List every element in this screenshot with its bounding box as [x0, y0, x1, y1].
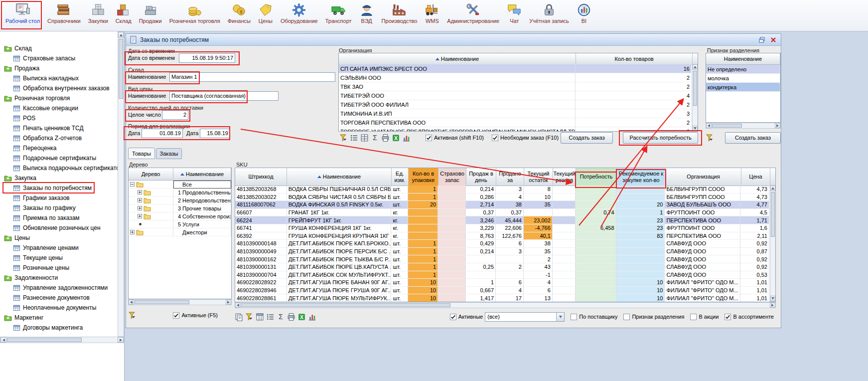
sidebar-item[interactable]: Переоценка	[0, 143, 118, 153]
tree-name-column-header[interactable]: Наименование	[173, 168, 231, 180]
toolbar-item-purchases[interactable]: Закупки	[85, 1, 112, 24]
sidebar-item[interactable]: Неоплаченные документы	[0, 303, 118, 313]
print-icon[interactable]	[287, 313, 295, 321]
sku-column-header-reserve[interactable]: Текущий резерв	[553, 168, 576, 186]
split-sign-row[interactable]: кондитерка	[706, 83, 780, 92]
price-type-input[interactable]: Поставщика (согласованная)	[169, 91, 279, 101]
toolbar-item-chat[interactable]: Чат	[503, 1, 525, 24]
split-sign-checkbox[interactable]: Признак разделения	[623, 314, 684, 320]
sku-table-row[interactable]: 4811168007062ВОДКА ФИНСКАЯ 0.5Л FINSKY 0…	[235, 201, 769, 209]
sku-table-row[interactable]: 66741ГРУША КОНФЕРЕНЦИЯ 1КГ 1кг.кг.3,2292…	[235, 224, 769, 232]
create-order-button[interactable]: Создать заказ	[561, 132, 613, 144]
list-icon[interactable]	[266, 313, 275, 321]
by-supplier-checkbox[interactable]: По поставщику	[571, 314, 617, 320]
sku-column-header-price[interactable]: Цена	[741, 168, 770, 186]
sidebar-group-2[interactable]: Розничная торговля	[0, 93, 118, 103]
toolbar-item-truck[interactable]: Транспорт	[322, 1, 355, 24]
close-button[interactable]	[769, 36, 778, 44]
restore-button[interactable]	[757, 36, 766, 44]
sidebar-item[interactable]: Заказы по потребностям	[0, 183, 118, 193]
excel-icon[interactable]: X	[297, 313, 306, 321]
columns-icon[interactable]	[256, 313, 264, 321]
sku-column-header-sold[interactable]: Продано за	[496, 168, 524, 186]
sidebar-group-1[interactable]: Продажа	[0, 63, 118, 73]
org-count-column-header[interactable]: Кол-во товаров	[576, 53, 693, 64]
active-checkbox[interactable]: Активная (shift F10)	[426, 135, 484, 141]
excel-icon[interactable]: X	[392, 134, 400, 142]
tab-tovary[interactable]: Товары	[128, 148, 155, 159]
sku-column-header-barcode[interactable]: Штрихкод	[235, 168, 287, 186]
org-table-row[interactable]: СП САНТА ИМПЭКС БРЕСТ ООО16	[339, 64, 692, 73]
tab-zakazy[interactable]: Заказы	[156, 148, 182, 159]
sidebar-item[interactable]: Управление задолженностями	[0, 283, 118, 293]
sum-icon[interactable]: Σ	[371, 134, 379, 142]
filter-menu-icon[interactable]	[245, 313, 254, 321]
copy-icon[interactable]	[235, 313, 243, 321]
sku-column-header-rec[interactable]: Рекомендуемое к закупке кол-во	[617, 168, 666, 186]
sku-table-row[interactable]: 4690228028946ДЕТ.ПИТ.АГУША ПЮРЕ ГРУША 90…	[235, 287, 769, 295]
org-table-row[interactable]: ТВК ЗАО2	[339, 82, 692, 91]
tree-row[interactable]: 4Собственное произво	[129, 212, 231, 220]
create-order-button[interactable]: Создать заказ	[725, 132, 781, 144]
sku-table-row[interactable]: 4690228028922ДЕТ.ПИТ.АГУША ПЮРЕ БАНАН 90…	[235, 279, 769, 287]
split-sign-row[interactable]: молочка	[706, 74, 780, 83]
toolbar-item-bi[interactable]: BI	[573, 1, 595, 24]
sidebar-item[interactable]: Печать ценников ТСД	[0, 123, 118, 133]
print-icon[interactable]	[381, 134, 390, 142]
sidebar-item[interactable]: Обработка внутренних заказов	[0, 83, 118, 93]
sku-horizontal-scrollbar[interactable]	[235, 302, 776, 308]
chart-icon[interactable]	[402, 134, 411, 142]
calculate-need-button[interactable]: Рассчитать потребность	[623, 132, 698, 144]
sidebar-group-6[interactable]: Маркетинг	[0, 313, 118, 323]
sku-table-row[interactable]: 66607ГРАНАТ 1КГ 1кг.кг.0,370,370,741ФРУТ…	[235, 209, 769, 217]
sku-table-row[interactable]: 4810390000162ДЕТ.ПИТ.АБИБОК ПЮРЕ ТЫКВА Б…	[235, 255, 769, 263]
org-vertical-scrollbar[interactable]	[692, 64, 698, 132]
org-table-row[interactable]: ТИБЕТРЭЙ ООО ФИЛИАЛ2	[339, 100, 692, 109]
tree-row[interactable]: Джестори	[129, 228, 231, 236]
sidebar-item[interactable]: Текущие цены	[0, 253, 118, 263]
toolbar-item-warehouse[interactable]: Склад	[112, 1, 135, 24]
sku-column-header-per_day[interactable]: Продаж в день	[466, 168, 496, 186]
chart-icon[interactable]	[308, 313, 316, 321]
sum-icon[interactable]: Σ	[277, 313, 285, 321]
expand-icon[interactable]	[138, 198, 142, 202]
sku-table-row[interactable]: 4810390000148ДЕТ.ПИТ.АБИБОК ПЮРЕ КАП.БРО…	[235, 240, 769, 248]
sidebar-item[interactable]: Выписка накладных	[0, 73, 118, 83]
sku-table-row[interactable]: 4810390000049ДЕТ.ПИТ.АБИБОК ПЮРЕ ПЕРСИК …	[235, 248, 769, 256]
filter-menu-icon[interactable]	[339, 134, 348, 142]
sidebar-group-0[interactable]: Склад	[0, 43, 118, 53]
sku-table-row[interactable]: 4813852003268ВОДКА СЯБРЫ ПШЕНИЧНАЯ 0.5Л …	[235, 186, 769, 193]
sidebar-item[interactable]: Приемка по заказам	[0, 213, 118, 223]
collapse-icon[interactable]	[130, 182, 135, 187]
sidebar-item[interactable]: Договоры маркетинга	[0, 323, 118, 333]
tree-row[interactable]: Все	[129, 181, 231, 189]
tree-row[interactable]: 5Услуги	[129, 220, 231, 228]
sidebar-item[interactable]: Обработка Z-отчетов	[0, 133, 118, 143]
tree-column-header[interactable]: Дерево	[129, 168, 173, 180]
toolbar-item-factory[interactable]: Производство	[378, 1, 421, 24]
sku-vertical-scrollbar[interactable]	[770, 185, 776, 302]
sku-column-header-safety[interactable]: Страхово запас	[438, 168, 466, 186]
sku-table-row[interactable]: 66224ГРЕЙПФРУТ 1КГ 1кг.кг.3,24645,44423,…	[235, 216, 769, 224]
sku-table-row[interactable]: 4813852003022ВОДКА СЯБРЫ ЧИСТАЯ 0.5Л СЯБ…	[235, 193, 769, 201]
need-order-checkbox[interactable]: Необходим заказ (F10)	[492, 135, 559, 141]
list-icon[interactable]	[350, 134, 358, 142]
sidebar-item[interactable]: Графики заказов	[0, 193, 118, 203]
sidebar-item[interactable]: POS	[0, 113, 118, 123]
tree-row[interactable]: 1Продовольственные т	[129, 189, 231, 196]
filter-dropdown[interactable]: (все)	[485, 312, 565, 322]
expand-icon[interactable]	[138, 206, 142, 210]
split-sign-row[interactable]: Не определено	[706, 65, 780, 74]
toolbar-item-coins[interactable]: Розничная торговля	[166, 1, 224, 24]
days-input[interactable]: 2	[162, 110, 188, 120]
sidebar-item[interactable]: Подарочные сертификаты	[0, 153, 118, 163]
tree-horizontal-scrollbar[interactable]	[128, 299, 232, 305]
filter-menu-icon[interactable]	[706, 134, 714, 142]
org-table-row[interactable]: ТИМОНИНА И.В.ИП3	[339, 109, 692, 118]
toolbar-item-price-tag[interactable]: Цены	[255, 1, 277, 24]
grid-icon[interactable]	[360, 134, 369, 142]
sku-column-header-name[interactable]: Наименование	[287, 168, 392, 186]
split-name-column-header[interactable]: Наименование	[706, 53, 780, 64]
tree-row[interactable]: 3Прочие товары	[129, 204, 231, 212]
sidebar-item[interactable]: Управление ценами	[0, 243, 118, 253]
